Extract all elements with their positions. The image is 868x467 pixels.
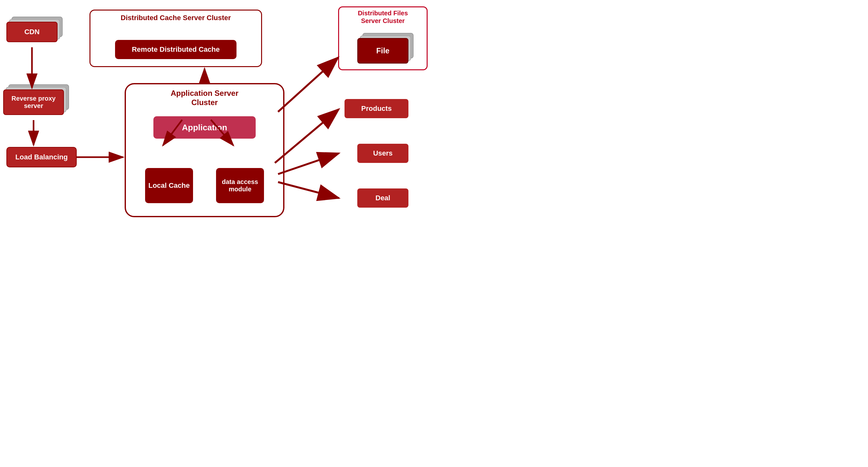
asc-title: Application ServerCluster <box>126 89 283 107</box>
cdn-stack: CDN <box>6 22 58 42</box>
dam-box: data access module <box>216 168 264 203</box>
products-box: Products <box>344 99 408 118</box>
rdc-box: Remote Distributed Cache <box>115 40 237 59</box>
cdn-box: CDN <box>6 22 58 42</box>
users-label: Users <box>373 149 393 158</box>
reverse-proxy-label: Reverse proxy server <box>6 95 61 109</box>
file-stack: File <box>357 38 408 64</box>
file-box: File <box>357 38 408 64</box>
dcsc-title: Distributed Cache Server Cluster <box>90 14 261 22</box>
svg-line-6 <box>278 58 338 112</box>
svg-line-8 <box>278 153 339 174</box>
local-cache-box: Local Cache <box>145 168 193 203</box>
load-balancing-box: Load Balancing <box>6 147 77 167</box>
dfs-container: Distributed FilesServer Cluster File <box>338 6 428 70</box>
local-cache-label: Local Cache <box>148 181 190 190</box>
asc-container: Application ServerCluster Application Lo… <box>125 83 284 217</box>
dam-label: data access module <box>216 178 264 193</box>
reverse-proxy-stack: Reverse proxy server <box>3 90 64 115</box>
deal-box: Deal <box>357 189 408 208</box>
rdc-label: Remote Distributed Cache <box>132 45 220 54</box>
dfs-title: Distributed FilesServer Cluster <box>339 7 427 26</box>
products-label: Products <box>361 104 392 113</box>
cdn-label: CDN <box>24 28 40 36</box>
load-balancing-label: Load Balancing <box>16 153 68 161</box>
users-box: Users <box>357 144 408 163</box>
reverse-proxy-box: Reverse proxy server <box>3 90 64 115</box>
dfs-title-text: Distributed FilesServer Cluster <box>358 9 408 24</box>
deal-label: Deal <box>375 194 390 202</box>
dcsc-container: Distributed Cache Server Cluster Remote … <box>90 9 262 67</box>
application-label: Application <box>182 123 227 133</box>
svg-line-9 <box>278 182 339 198</box>
svg-line-7 <box>275 109 339 163</box>
file-label: File <box>376 46 389 55</box>
asc-title-text: Application ServerCluster <box>170 89 239 107</box>
application-box: Application <box>153 116 256 139</box>
